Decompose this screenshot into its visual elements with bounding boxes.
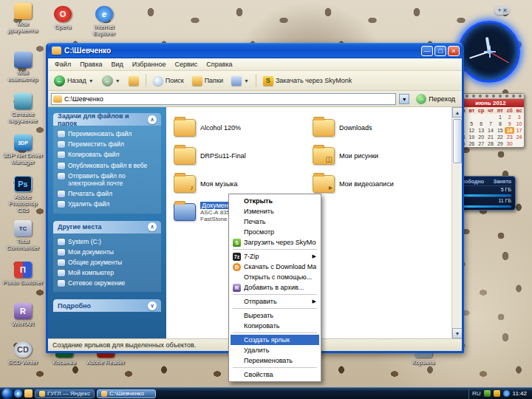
- calendar-day[interactable]: 22: [495, 134, 505, 140]
- tray-antivirus-icon[interactable]: [484, 390, 491, 397]
- context-menu-item[interactable]: Отправить▶: [231, 296, 319, 307]
- calendar-day[interactable]: 19: [467, 134, 477, 140]
- gadget-close-icon[interactable]: ×: [503, 7, 507, 14]
- quick-launch-explorer-icon[interactable]: [24, 389, 33, 398]
- tray-volume-icon[interactable]: [494, 390, 500, 397]
- context-menu-item[interactable]: Открыть с помощью...: [231, 272, 319, 282]
- calendar-day[interactable]: 30: [505, 140, 514, 147]
- gadget-add-icon[interactable]: +: [497, 7, 501, 14]
- quick-launch-ie-icon[interactable]: e: [14, 389, 22, 398]
- calendar-day[interactable]: 7: [486, 120, 496, 127]
- context-menu-item[interactable]: RДобавить в архив...: [231, 282, 319, 293]
- context-menu-item[interactable]: Создать ярлык: [231, 335, 319, 345]
- other-places-header[interactable]: Другие места ∧: [53, 221, 161, 233]
- desktop-icon-punto[interactable]: ПPunto Switcher: [3, 262, 43, 286]
- context-menu-item[interactable]: SЗагрузить через SkyMonk: [231, 237, 319, 248]
- context-menu-item[interactable]: Печать: [231, 216, 319, 227]
- context-menu-item[interactable]: 7z7-Zip▶: [231, 251, 319, 262]
- taskbar-window-button[interactable]: ГУГЛ — Яндекс: [35, 389, 95, 398]
- taskbar-window-button[interactable]: C:\Шевченко: [97, 389, 156, 398]
- place-link[interactable]: Сетевое окружение: [56, 278, 158, 288]
- context-menu-item[interactable]: Просмотр: [231, 227, 319, 237]
- forward-button[interactable]: → ▼: [99, 74, 123, 88]
- vertical-scrollbar[interactable]: ▲ ▼: [451, 107, 462, 338]
- calendar-day[interactable]: 17: [514, 127, 524, 134]
- calendar-day[interactable]: 23: [505, 134, 514, 140]
- desktop-icon-winrar[interactable]: RWinRAR: [3, 303, 43, 327]
- file-tile[interactable]: ◫Мои рисунки: [311, 143, 446, 169]
- desktop-icon-internet-explorer[interactable]: eInternet Explorer: [84, 6, 124, 37]
- calendar-day[interactable]: 3: [514, 114, 524, 120]
- context-menu-item[interactable]: Переименовать: [231, 355, 319, 366]
- desktop-icon-my-computer[interactable]: Мой компьютер: [3, 52, 43, 83]
- task-link[interactable]: Переименовать файл: [56, 129, 158, 139]
- up-button[interactable]: [126, 75, 142, 87]
- calendar-day[interactable]: 2: [505, 114, 514, 120]
- calendar-day[interactable]: 6: [477, 120, 486, 127]
- forward-dropdown-icon[interactable]: ▼: [115, 78, 120, 83]
- calendar-day[interactable]: 24: [514, 134, 524, 140]
- file-tile[interactable]: DRPSu11-Final: [172, 143, 307, 169]
- address-dropdown-icon[interactable]: ▼: [399, 94, 409, 104]
- desktop-icon-3dp-net[interactable]: 3DP3DP Net Driver Manager: [3, 134, 43, 166]
- menu-item-6[interactable]: Справка: [202, 60, 236, 69]
- back-button[interactable]: ← Назад ▼: [51, 74, 97, 88]
- calendar-day[interactable]: 1: [495, 114, 505, 120]
- file-tasks-header[interactable]: Задачи для файлов и папок ∧: [53, 113, 161, 126]
- desktop-icon-network-places[interactable]: Сетевое окружение: [3, 93, 43, 124]
- task-link[interactable]: Опубликовать файл в вебе: [56, 160, 158, 171]
- context-menu-item[interactable]: Открыть: [231, 196, 319, 206]
- context-menu-item[interactable]: Удалить: [231, 345, 319, 355]
- calendar-day[interactable]: 27: [477, 140, 486, 147]
- context-menu-item[interactable]: DСкачать с Download Master: [231, 262, 319, 272]
- place-link[interactable]: Общие документы: [56, 257, 158, 267]
- place-link[interactable]: Мой компьютер: [56, 267, 158, 278]
- task-link[interactable]: Печатать файл: [56, 188, 158, 199]
- context-menu-item[interactable]: Свойства: [231, 369, 319, 380]
- close-button[interactable]: ×: [448, 46, 460, 56]
- calendar-day[interactable]: 16: [505, 127, 514, 134]
- language-indicator[interactable]: RU: [472, 390, 481, 397]
- calendar-day[interactable]: 26: [467, 140, 477, 147]
- calendar-day[interactable]: 14: [486, 127, 496, 134]
- minimize-button[interactable]: —: [421, 46, 433, 56]
- calendar-day[interactable]: 5: [467, 120, 477, 127]
- desktop-icon-total-commander[interactable]: TCTotal Commander: [3, 220, 43, 251]
- file-tile[interactable]: ▸Мои видеозаписи: [311, 171, 446, 197]
- calendar-day[interactable]: 28: [486, 140, 496, 147]
- collapse-chevron-icon[interactable]: ∧: [148, 222, 157, 231]
- start-button[interactable]: [2, 389, 12, 398]
- calendar-day[interactable]: 12: [467, 127, 477, 134]
- desktop-icon-scd[interactable]: CDSCD Writer: [3, 341, 43, 366]
- calendar-widget[interactable]: июнь 2012 пнвтсрчтптсбвс 123456789101112…: [457, 93, 525, 148]
- tray-network-icon[interactable]: [503, 390, 510, 397]
- menu-item-5[interactable]: Сервис: [171, 60, 201, 69]
- tray-clock[interactable]: 11:42: [513, 390, 527, 397]
- menu-item-4[interactable]: Избранное: [129, 60, 170, 69]
- task-link[interactable]: Переместить файл: [56, 139, 158, 149]
- desktop-icon-photoshop[interactable]: PsAdobe Photoshop CS5: [3, 176, 43, 214]
- scrollbar-thumb[interactable]: [453, 119, 462, 163]
- task-link[interactable]: Копировать файл: [56, 149, 158, 160]
- back-dropdown-icon[interactable]: ▼: [89, 78, 94, 83]
- calendar-day[interactable]: 21: [486, 134, 496, 140]
- collapse-chevron-icon[interactable]: ∧: [148, 115, 157, 124]
- analog-clock-widget[interactable]: [458, 21, 520, 83]
- task-link[interactable]: Отправить файл по электронной почте: [56, 171, 158, 188]
- scroll-up-icon[interactable]: ▲: [452, 107, 462, 117]
- maximize-button[interactable]: □: [434, 46, 446, 56]
- go-button[interactable]: → Переход: [412, 93, 459, 105]
- scroll-down-icon[interactable]: ▼: [452, 328, 462, 338]
- calendar-day[interactable]: 15: [495, 127, 505, 134]
- menu-item-3[interactable]: Вид: [108, 60, 127, 69]
- place-link[interactable]: Мои документы: [56, 247, 158, 257]
- calendar-day[interactable]: 10: [514, 120, 524, 127]
- file-tile[interactable]: Downloads: [311, 115, 446, 141]
- desktop-icon-my-documents[interactable]: Мои документы: [3, 3, 43, 34]
- file-tile[interactable]: Alcohol 120%: [172, 115, 307, 141]
- search-button[interactable]: Поиск: [150, 75, 187, 87]
- window-titlebar[interactable]: C:\Шевченко — □ ×: [48, 43, 462, 58]
- context-menu-item[interactable]: Копировать: [231, 321, 319, 331]
- context-menu-item[interactable]: Вырезать: [231, 310, 319, 321]
- menu-item-2[interactable]: Правка: [76, 60, 106, 69]
